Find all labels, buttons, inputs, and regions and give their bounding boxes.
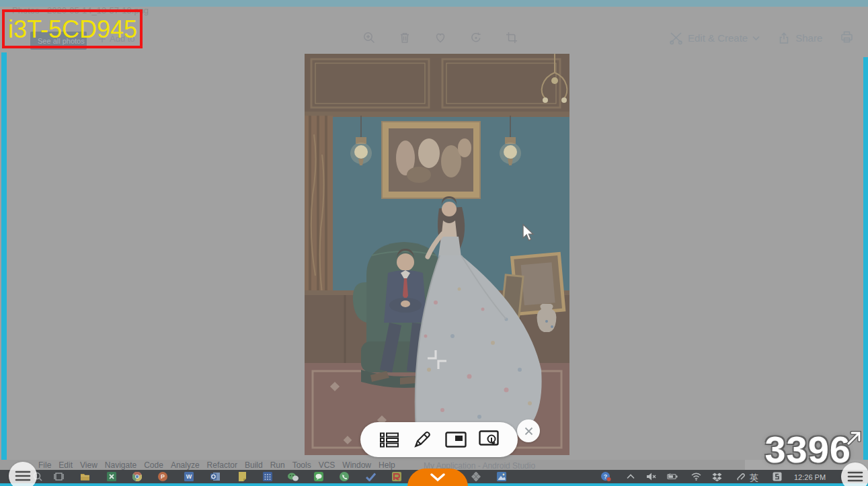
clock[interactable]: 12:26 PM bbox=[794, 473, 826, 481]
favorite-button[interactable] bbox=[433, 30, 448, 45]
edit-create-icon bbox=[669, 31, 683, 45]
overlay-menu-button-right[interactable] bbox=[841, 462, 868, 486]
top-edge-strip bbox=[0, 0, 868, 7]
mouse-cursor bbox=[522, 224, 535, 242]
diamond-app-icon[interactable] bbox=[471, 471, 481, 482]
r-app-icon[interactable] bbox=[391, 471, 402, 482]
collapse-toolbar-button[interactable] bbox=[407, 469, 468, 486]
dropbox-icon[interactable] bbox=[711, 471, 722, 482]
photos-toolbar bbox=[362, 30, 519, 45]
menu-item-code[interactable]: Code bbox=[144, 460, 163, 470]
chevron-down-white-icon bbox=[430, 473, 445, 482]
edit-create-button[interactable]: Edit & Create bbox=[669, 31, 760, 45]
photos-app-icon[interactable] bbox=[496, 471, 507, 482]
connector-tray-icon[interactable] bbox=[735, 471, 746, 482]
share-label: Share bbox=[795, 32, 822, 44]
word-icon[interactable]: W bbox=[184, 471, 194, 482]
print-button[interactable] bbox=[840, 30, 854, 46]
share-icon bbox=[777, 32, 791, 45]
rotate-button[interactable] bbox=[469, 30, 483, 45]
menu-item-tools[interactable]: Tools bbox=[292, 460, 311, 470]
notes-icon[interactable] bbox=[237, 471, 247, 482]
menu-item-vcs[interactable]: VCS bbox=[319, 460, 336, 470]
svg-text:P: P bbox=[161, 473, 165, 480]
expand-arrow-icon[interactable] bbox=[844, 429, 863, 448]
wechat-icon[interactable] bbox=[288, 471, 299, 482]
overlay-menu-button-left[interactable] bbox=[9, 462, 37, 486]
chevron-up-icon[interactable] bbox=[625, 471, 636, 482]
chevron-down-icon bbox=[752, 36, 760, 41]
menu-item-build[interactable]: Build bbox=[245, 460, 263, 470]
wifi-icon[interactable] bbox=[691, 471, 701, 482]
svg-text:?: ? bbox=[604, 473, 608, 480]
left-edge-strip bbox=[1, 52, 7, 486]
menu-item-analyze[interactable]: Analyze bbox=[171, 460, 200, 470]
screen: Photos - 2020-05-14_13-57-18.png See all… bbox=[0, 0, 868, 486]
pen-button[interactable] bbox=[411, 429, 433, 450]
hamburger-icon bbox=[847, 471, 863, 483]
menu-item-window[interactable]: Window bbox=[342, 460, 371, 470]
menu-list-button[interactable] bbox=[379, 429, 400, 450]
delete-button[interactable] bbox=[397, 30, 412, 45]
crop-button[interactable] bbox=[504, 30, 519, 45]
menu-item-edit[interactable]: Edit bbox=[58, 460, 73, 470]
close-icon bbox=[524, 426, 534, 436]
wedding-photo bbox=[305, 54, 569, 455]
photos-right-toolbar: Edit & Create Share bbox=[669, 30, 868, 46]
line-icon[interactable] bbox=[313, 471, 324, 482]
volume-muted-icon[interactable] bbox=[645, 471, 656, 482]
share-button[interactable]: Share bbox=[777, 32, 822, 45]
calendar-grid-icon[interactable] bbox=[262, 471, 273, 482]
task-view-icon[interactable] bbox=[53, 471, 64, 482]
check-app-icon[interactable] bbox=[365, 471, 376, 482]
chrome-icon[interactable] bbox=[132, 471, 143, 482]
excel-icon[interactable] bbox=[106, 471, 117, 482]
close-toolbar-button[interactable] bbox=[517, 419, 540, 442]
hamburger-icon bbox=[15, 470, 31, 482]
powerpoint-icon[interactable]: P bbox=[157, 471, 168, 482]
touch-control-button[interactable] bbox=[478, 429, 500, 450]
screen-view-button[interactable] bbox=[445, 429, 467, 450]
whatsapp-icon[interactable] bbox=[339, 471, 350, 482]
menu-item-view[interactable]: View bbox=[80, 460, 97, 470]
svg-text:W: W bbox=[186, 473, 192, 480]
ime-language-label[interactable]: 英 bbox=[750, 472, 758, 484]
help-tray-icon[interactable]: ? bbox=[600, 471, 611, 482]
annotation-toolbar bbox=[360, 422, 518, 457]
edit-create-label: Edit & Create bbox=[688, 32, 748, 44]
move-crosshair-icon bbox=[426, 348, 448, 371]
menu-item-refactor[interactable]: Refactor bbox=[207, 460, 237, 470]
battery-icon[interactable] bbox=[667, 471, 678, 482]
menu-item-run[interactable]: Run bbox=[270, 460, 285, 470]
outlook-icon[interactable] bbox=[210, 471, 221, 482]
annotation-red-box: i3T-5CD945 bbox=[2, 9, 143, 48]
zoom-button[interactable] bbox=[362, 30, 377, 45]
menu-item-help[interactable]: Help bbox=[379, 460, 395, 470]
ime-mode-icon[interactable] bbox=[772, 471, 783, 482]
file-explorer-icon[interactable] bbox=[79, 471, 90, 482]
right-edge-strip bbox=[863, 57, 868, 486]
menu-item-navigate[interactable]: Navigate bbox=[105, 460, 136, 470]
device-id-label: i3T-5CD945 bbox=[8, 15, 137, 44]
menu-item-file[interactable]: File bbox=[38, 460, 51, 470]
session-counter: 3396 bbox=[738, 428, 851, 471]
